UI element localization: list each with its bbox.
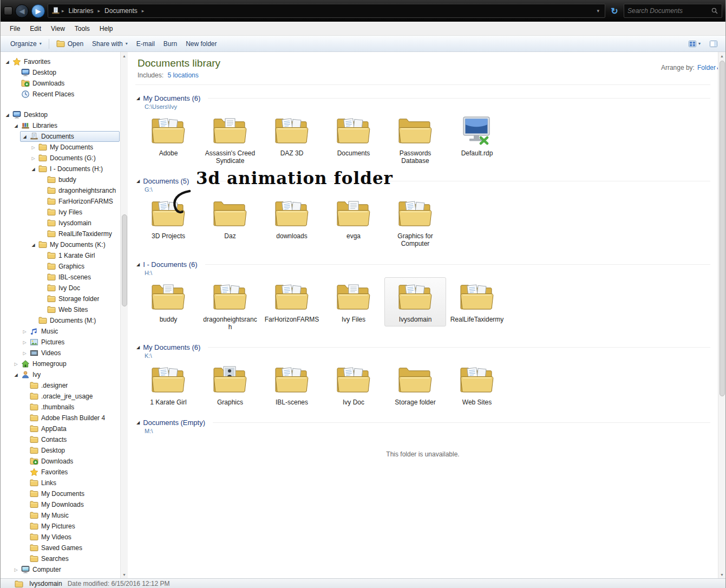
sidebar-item-adobe-flash-builder-4[interactable]: Adobe Flash Builder 4 (1, 413, 120, 423)
forward-button[interactable]: ▶ (31, 4, 45, 18)
preview-pane-button[interactable] (707, 38, 720, 50)
sidebar-item-my-documents[interactable]: My Documents (1, 488, 120, 499)
sidebar-item-downloads[interactable]: Downloads (1, 78, 120, 89)
scroll-up-icon[interactable]: ▲ (718, 52, 725, 60)
file-item-assassin-s-creed-syndicate[interactable]: Assassin's Creed Syndicate (199, 111, 261, 168)
file-item-downloads[interactable]: downloads (261, 194, 323, 243)
sidebar-item-storage-folder[interactable]: Storage folder (1, 293, 120, 304)
expanded-icon[interactable]: ◢ (4, 113, 10, 117)
sidebar-item-my-downloads[interactable]: My Downloads (1, 499, 120, 510)
sidebar-item-contacts[interactable]: Contacts (1, 434, 120, 445)
sidebar-item-dragonheightsranch[interactable]: dragonheightsranch (1, 185, 120, 196)
file-item-1-karate-girl[interactable]: 1 Karate Girl (138, 360, 199, 409)
views-button[interactable]: ▾ (686, 38, 703, 50)
sidebar-item-homegroup[interactable]: ▷Homegroup (1, 358, 120, 369)
sidebar-item-favorites[interactable]: ◢Favorites (1, 56, 120, 67)
collapsed-icon[interactable]: ▷ (13, 362, 19, 367)
sidebar-item-videos[interactable]: ▷Videos (1, 348, 120, 358)
sidebar-item-ivy-files[interactable]: Ivy Files (1, 207, 120, 218)
sidebar-item-desktop[interactable]: Desktop (1, 67, 120, 78)
includes-locations-link[interactable]: 5 locations (167, 71, 198, 79)
sidebar-item-links[interactable]: Links (1, 478, 120, 488)
file-item-storage-folder[interactable]: Storage folder (384, 360, 446, 409)
file-item-ivy-files[interactable]: Ivy Files (323, 277, 384, 326)
collapsed-icon[interactable]: ▷ (30, 156, 36, 161)
main-scrollbar[interactable]: ▲ ▼ (718, 52, 725, 578)
expanded-icon[interactable]: ◢ (30, 243, 36, 247)
burn-button[interactable]: Burn (159, 38, 181, 50)
sidebar-item-ivy-doc[interactable]: Ivy Doc (1, 283, 120, 293)
sidebar-item-desktop[interactable]: Desktop (1, 445, 120, 456)
sidebar-item-graphics[interactable]: Graphics (1, 261, 120, 272)
menu-item-file[interactable]: File (5, 23, 25, 35)
file-item-graphics-for-computer[interactable]: Graphics for Computer (384, 194, 446, 251)
menu-item-view[interactable]: View (46, 23, 70, 35)
sidebar-item-my-music[interactable]: My Music (1, 510, 120, 521)
system-menu-icon[interactable] (4, 6, 12, 15)
sidebar-scrollbar-thumb[interactable] (122, 214, 127, 306)
sidebar-item-music[interactable]: ▷Music (1, 326, 120, 337)
sidebar-item-my-pictures[interactable]: My Pictures (1, 521, 120, 532)
sidebar-item-saved-games[interactable]: Saved Games (1, 543, 120, 553)
sidebar-item-favorites[interactable]: Favorites (1, 467, 120, 478)
sidebar-item-designer[interactable]: .designer (1, 380, 120, 391)
menu-item-help[interactable]: Help (95, 23, 118, 35)
organize-button[interactable]: Organize ▾ (6, 38, 46, 50)
search-box[interactable] (624, 4, 722, 18)
breadcrumb-item-documents[interactable]: Documents (101, 6, 141, 15)
collapse-icon[interactable]: ◢ (136, 420, 140, 425)
sidebar-item-ivysdomain[interactable]: Ivysdomain (1, 218, 120, 228)
refresh-button[interactable]: ↻ (608, 4, 621, 17)
share-with-button[interactable]: Share with ▾ (88, 38, 132, 50)
file-item-documents[interactable]: Documents (323, 111, 384, 160)
sidebar-item-downloads[interactable]: Downloads (1, 456, 120, 467)
sidebar-item-my-documents-k[interactable]: ◢My Documents (K:) (1, 239, 120, 250)
open-button[interactable]: Open (52, 37, 88, 50)
sidebar-item-web-sites[interactable]: Web Sites (1, 304, 120, 315)
file-item-farhorizonfarms[interactable]: FarHorizonFARMS (261, 277, 323, 326)
sidebar-item-libraries[interactable]: ◢Libraries (1, 120, 120, 131)
search-input[interactable] (627, 7, 709, 15)
file-item-dragonheightsranch[interactable]: dragonheightsranch (199, 277, 261, 334)
new-folder-button[interactable]: New folder (181, 38, 221, 50)
collapsed-icon[interactable]: ▷ (22, 340, 28, 345)
file-item-web-sites[interactable]: Web Sites (446, 360, 508, 409)
sidebar-scrollbar[interactable]: ▲ ▼ (120, 52, 128, 578)
email-button[interactable]: E-mail (132, 38, 159, 50)
sidebar-item-ivy[interactable]: ◢Ivy (1, 369, 120, 380)
collapse-icon[interactable]: ◢ (136, 345, 140, 350)
file-item-passwords-database[interactable]: Passwords Database (384, 111, 446, 168)
sidebar-item-buddy[interactable]: buddy (1, 174, 120, 185)
file-item-graphics[interactable]: Graphics (199, 360, 261, 409)
file-item-ivysdomain[interactable]: Ivysdomain (384, 277, 446, 326)
sidebar-item-documents-g[interactable]: ▷Documents (G:) (1, 153, 120, 164)
main-scrollbar-thumb[interactable] (720, 61, 725, 396)
back-button[interactable]: ◀ (15, 4, 29, 18)
file-item-ivy-doc[interactable]: Ivy Doc (323, 360, 384, 409)
sidebar-item-documents-m[interactable]: Documents (M:) (1, 315, 120, 326)
collapse-icon[interactable]: ◢ (136, 179, 140, 184)
arrange-by[interactable]: Arrange by:Folder▾ (661, 64, 719, 71)
expanded-icon[interactable]: ◢ (22, 134, 28, 139)
file-item-daz[interactable]: Daz (199, 194, 261, 243)
group-header[interactable]: ◢Documents (Empty) (135, 419, 710, 427)
address-bar[interactable]: ▸Libraries▸Documents▸ ▾ (48, 4, 605, 18)
sidebar-item-appdata[interactable]: AppData (1, 423, 120, 434)
breadcrumb-item-libraries[interactable]: Libraries (65, 6, 97, 15)
sidebar-item-searches[interactable]: Searches (1, 553, 120, 564)
file-item-evga[interactable]: evga (323, 194, 384, 243)
sidebar-item-ibl-scenes[interactable]: IBL-scenes (1, 272, 120, 283)
sidebar-item-1-karate-girl[interactable]: 1 Karate Girl (1, 250, 120, 261)
scroll-down-icon[interactable]: ▼ (718, 571, 725, 578)
address-dropdown-icon[interactable]: ▾ (594, 8, 601, 14)
sidebar-item-computer[interactable]: ▷Computer (1, 564, 120, 575)
file-item-adobe[interactable]: Adobe (138, 111, 199, 160)
sidebar-item-my-videos[interactable]: My Videos (1, 532, 120, 543)
collapsed-icon[interactable]: ▷ (22, 351, 28, 356)
sidebar-item-thumbnails[interactable]: .thumbnails (1, 402, 120, 413)
sidebar-item-documents[interactable]: ◢Documents (1, 131, 120, 142)
sidebar-item-farhorizonfarms[interactable]: FarHorizonFARMS (1, 196, 120, 207)
collapse-icon[interactable]: ◢ (136, 262, 140, 267)
scroll-up-icon[interactable]: ▲ (121, 52, 128, 60)
menu-item-edit[interactable]: Edit (25, 23, 46, 35)
